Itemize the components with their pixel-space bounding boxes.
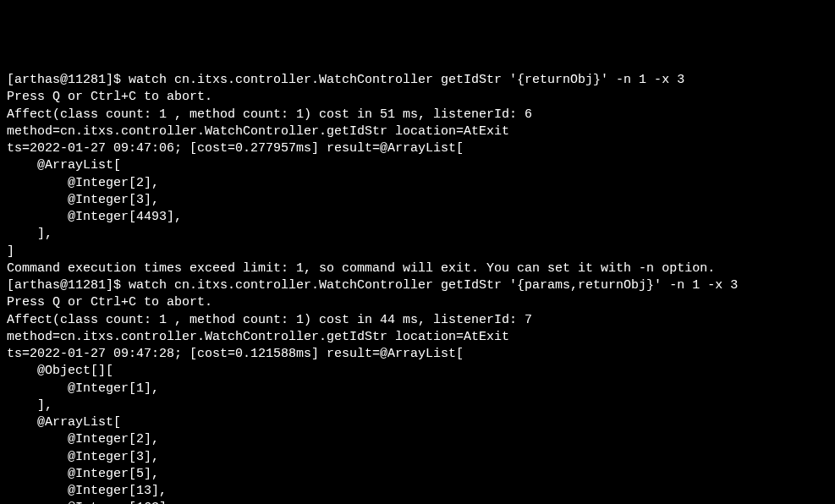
terminal-line: Command execution times exceed limit: 1,… — [7, 260, 828, 277]
terminal-line: method=cn.itxs.controller.WatchControlle… — [7, 123, 828, 140]
terminal-line: @ArrayList[ — [7, 157, 828, 174]
terminal-line: @Integer[163], — [7, 500, 828, 504]
terminal-line: ts=2022-01-27 09:47:28; [cost=0.121588ms… — [7, 346, 828, 363]
terminal-line: @Integer[2], — [7, 431, 828, 448]
terminal-line: @Integer[1], — [7, 381, 828, 397]
terminal-line: ], — [7, 397, 828, 414]
terminal-line: Affect(class count: 1 , method count: 1)… — [7, 312, 828, 329]
terminal-line: [arthas@11281]$ watch cn.itxs.controller… — [7, 72, 828, 89]
terminal-line: method=cn.itxs.controller.WatchControlle… — [7, 329, 828, 346]
terminal-line: ] — [7, 244, 828, 260]
terminal-line: @Integer[5], — [7, 466, 828, 483]
terminal-line: @Integer[2], — [7, 175, 828, 192]
terminal-line: Press Q or Ctrl+C to abort. — [7, 89, 828, 106]
terminal-line: @Integer[13], — [7, 483, 828, 500]
terminal-output[interactable]: [arthas@11281]$ watch cn.itxs.controller… — [7, 72, 828, 504]
terminal-line: Press Q or Ctrl+C to abort. — [7, 294, 828, 311]
terminal-line: [arthas@11281]$ watch cn.itxs.controller… — [7, 277, 828, 294]
terminal-line: Affect(class count: 1 , method count: 1)… — [7, 107, 828, 123]
terminal-line: @Integer[4493], — [7, 209, 828, 226]
terminal-line: @Integer[3], — [7, 192, 828, 209]
terminal-line: ts=2022-01-27 09:47:06; [cost=0.277957ms… — [7, 140, 828, 157]
terminal-line: @Object[][ — [7, 363, 828, 380]
terminal-line: @Integer[3], — [7, 449, 828, 466]
terminal-line: ], — [7, 226, 828, 243]
terminal-line: @ArrayList[ — [7, 414, 828, 431]
